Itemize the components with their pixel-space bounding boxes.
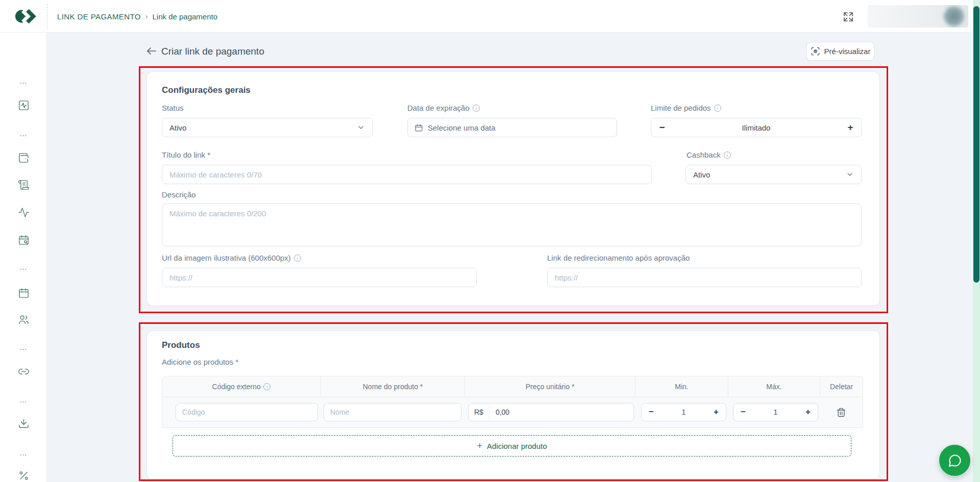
delete-product-button[interactable] — [835, 406, 848, 419]
product-min-input[interactable] — [674, 408, 694, 416]
add-product-button[interactable]: + Adicionar produto — [173, 435, 851, 456]
sidebar-item-calendar[interactable] — [0, 286, 47, 300]
scrollbar-thumb[interactable] — [973, 6, 979, 283]
order-limit-stepper: − Ilimitado + — [651, 118, 862, 137]
preview-button[interactable]: Pré-visualizar — [806, 42, 874, 61]
order-limit-value: Ilimitado — [671, 123, 842, 132]
cashback-label: Cashback i — [687, 150, 731, 159]
activity-square-icon — [18, 99, 30, 111]
scrollbar-track[interactable] — [973, 0, 980, 482]
chevron-down-icon — [846, 170, 854, 179]
minus-button[interactable]: − — [736, 404, 751, 420]
product-name-input[interactable] — [324, 403, 461, 421]
products-table: Código externo i Nome do produto * Preço… — [162, 376, 863, 428]
column-header-code: Código externo i — [162, 376, 321, 397]
sidebar-section-ellipsis: ... — [0, 446, 47, 460]
payment-link-create-page: { "topbar": { "breadcrumb_section": "LIN… — [0, 0, 980, 482]
calendar-icon — [414, 123, 423, 132]
link-icon — [18, 366, 30, 377]
sidebar-item-download[interactable] — [0, 416, 47, 430]
expiration-date-input[interactable]: Selecione uma data — [407, 118, 617, 137]
sidebar-section-ellipsis: ... — [0, 74, 47, 88]
redirect-link-input[interactable] — [547, 268, 862, 287]
product-row: R$ − + − + — [162, 397, 863, 428]
breadcrumb: LINK DE PAGAMENTO › Link de pagamento — [57, 0, 217, 33]
calendar-icon — [18, 287, 30, 299]
add-product-label: Adicionar produto — [487, 442, 547, 450]
fullscreen-icon[interactable] — [842, 11, 854, 23]
info-icon[interactable]: i — [714, 105, 721, 112]
product-max-input[interactable] — [766, 408, 786, 416]
activity-icon — [18, 207, 30, 218]
status-select[interactable]: Ativo — [162, 118, 373, 137]
description-label: Descrição — [162, 190, 196, 199]
brand-logo — [14, 6, 38, 27]
plus-button[interactable]: + — [842, 120, 859, 135]
sidebar-item-monitor[interactable] — [0, 98, 47, 112]
products-card: Produtos Adicione os produtos * Código e… — [146, 331, 880, 479]
info-icon[interactable]: i — [294, 255, 301, 262]
product-code-input[interactable] — [176, 403, 318, 421]
general-settings-title: Configurações gerais — [162, 85, 251, 95]
chat-button[interactable] — [939, 445, 970, 476]
product-min-stepper: − + — [641, 403, 726, 421]
column-header-min: Min. — [635, 376, 728, 397]
sidebar-section-ellipsis: ... — [0, 260, 47, 274]
order-limit-label: Limite de pedidos i — [651, 104, 721, 112]
calendar-search-icon — [18, 234, 30, 246]
sidebar-section-ellipsis: ... — [0, 340, 47, 354]
page-title: Criar link de pagamento — [161, 46, 264, 57]
link-title-label: Título do link * — [162, 150, 210, 159]
info-icon[interactable]: i — [724, 151, 731, 159]
link-title-input[interactable] — [162, 165, 652, 184]
cashback-value: Ativo — [693, 170, 710, 179]
arrow-left-icon — [145, 45, 158, 57]
sidebar: ... ... ... — [0, 33, 47, 482]
chevron-down-icon — [357, 123, 365, 132]
back-button[interactable] — [145, 45, 158, 57]
trash-icon — [836, 408, 846, 418]
sidebar-item-receipt[interactable] — [0, 177, 47, 192]
status-label: Status — [162, 104, 184, 112]
description-textarea[interactable] — [162, 204, 862, 246]
products-title: Produtos — [162, 340, 200, 350]
info-icon[interactable]: i — [473, 105, 480, 112]
sidebar-item-activity[interactable] — [0, 205, 47, 219]
product-price-field: R$ — [468, 403, 634, 421]
breadcrumb-page: Link de pagamento — [152, 12, 217, 21]
product-price-input[interactable] — [489, 403, 633, 421]
topbar-divider — [47, 4, 47, 29]
cashback-select[interactable]: Ativo — [685, 165, 862, 184]
currency-prefix: R$ — [469, 403, 489, 421]
sidebar-item-calendar-search[interactable] — [0, 233, 47, 247]
column-header-max: Máx. — [728, 376, 820, 397]
chat-bubble-icon — [948, 453, 962, 468]
sidebar-section-ellipsis: ... — [0, 126, 47, 141]
image-url-input[interactable] — [162, 268, 477, 287]
sidebar-item-payment-link[interactable] — [0, 364, 47, 378]
sidebar-item-wallet[interactable] — [0, 150, 47, 165]
plus-button[interactable]: + — [800, 404, 816, 420]
plus-button[interactable]: + — [708, 404, 724, 420]
column-header-delete: Deletar — [820, 376, 863, 397]
minus-button[interactable]: − — [653, 120, 671, 135]
scroll-text-icon — [18, 179, 30, 191]
wallet-icon — [18, 152, 30, 164]
expiration-placeholder: Selecione uma data — [428, 123, 496, 132]
sidebar-item-customers[interactable] — [0, 312, 47, 326]
users-icon — [18, 314, 30, 325]
sidebar-item-fees[interactable] — [0, 468, 47, 482]
avatar — [944, 6, 964, 27]
sidebar-section-ellipsis: ... — [0, 393, 47, 407]
user-account-area[interactable] — [868, 5, 968, 28]
products-table-header: Código externo i Nome do produto * Preço… — [162, 376, 863, 397]
preview-button-label: Pré-visualizar — [824, 47, 871, 56]
breadcrumb-section[interactable]: LINK DE PAGAMENTO — [57, 12, 141, 21]
scan-eye-icon — [811, 46, 820, 56]
percent-icon — [18, 470, 30, 481]
download-icon — [18, 418, 30, 429]
info-icon[interactable]: i — [263, 383, 271, 390]
minus-button[interactable]: − — [644, 404, 659, 420]
products-subtitle: Adicione os produtos * — [162, 358, 238, 366]
column-header-price: Preço unitário * — [464, 376, 635, 397]
